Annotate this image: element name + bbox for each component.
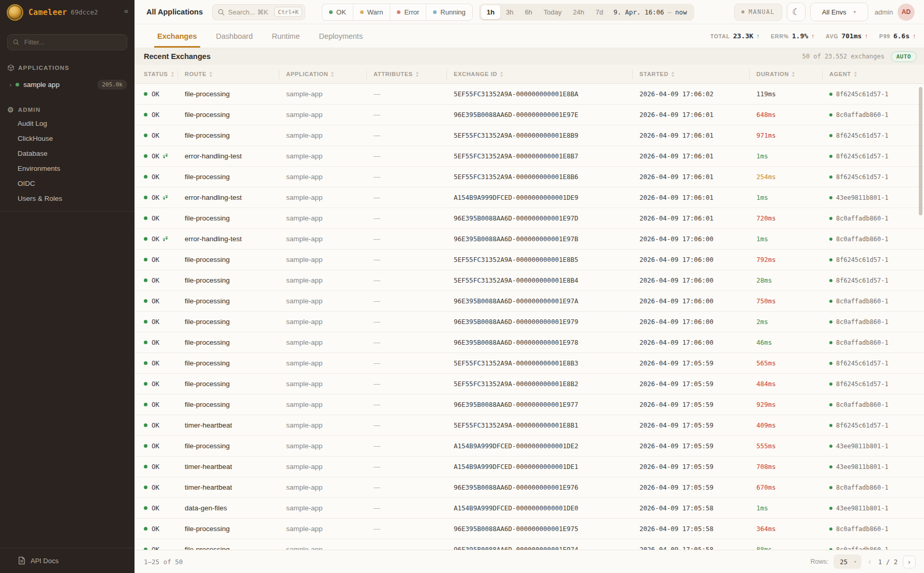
status-filter-ok[interactable]: OK (322, 4, 353, 20)
column-header-exchange-id[interactable]: EXCHANGE ID (454, 65, 639, 83)
agent-id: 8c0affadb860-1 (836, 339, 888, 346)
table-row[interactable]: OKtimer-heartbeatsample-app—5EF55FC31352… (135, 415, 924, 436)
column-header-status[interactable]: STATUS (144, 65, 185, 83)
table-row[interactable]: OKfile-processingsample-app—96E395B0088A… (135, 332, 924, 353)
agent-id: 8f6245c61d57-1 (836, 173, 888, 181)
sidebar-collapse-icon[interactable]: « (124, 6, 128, 15)
topbar: All Applications Search... ⌘K Ctrl+K OKW… (135, 0, 924, 24)
table-row[interactable]: OKfile-processingsample-app—5EF55FC31352… (135, 84, 924, 105)
range-6h[interactable]: 6h (519, 5, 538, 19)
table-row[interactable]: OKfile-processingsample-app—A154B9A999DF… (135, 436, 924, 457)
table-row[interactable]: OKfile-processingsample-app—96E395B0088A… (135, 519, 924, 539)
sidebar-filter-input[interactable] (23, 38, 122, 47)
column-header-agent[interactable]: AGENT (829, 65, 918, 83)
column-header-started[interactable]: STARTED (639, 65, 756, 83)
agent-status-dot (829, 424, 832, 427)
table-row[interactable]: OKfile-processingsample-app—5EF55FC31352… (135, 374, 924, 394)
status-filter-warn[interactable]: Warn (353, 4, 390, 20)
sidebar-item-oidc[interactable]: OIDC (0, 176, 135, 191)
sidebar-item-sample-app[interactable]: › sample app 205.0k (5, 77, 131, 92)
tab-deployments[interactable]: Deployments (316, 24, 366, 48)
avatar[interactable]: AD (898, 4, 915, 21)
status-ok-dot (144, 465, 147, 468)
table-row[interactable]: OKfile-processingsample-app—5EF55FC31352… (135, 270, 924, 291)
sidebar-item-api-docs[interactable]: API Docs (0, 548, 135, 573)
table-row[interactable]: OKfile-processingsample-app—5EF55FC31352… (135, 249, 924, 270)
theme-toggle-button[interactable]: ☾ (787, 3, 806, 21)
table-row[interactable]: OKfile-processingsample-app—5EF55FC31352… (135, 167, 924, 187)
table-row[interactable]: OKfile-processingsample-app—96E395B0088A… (135, 208, 924, 229)
table-row[interactable]: OKerror-handling-testsample-app—A154B9A9… (135, 187, 924, 208)
sidebar-item-users-roles[interactable]: Users & Roles (0, 191, 135, 206)
duration-cell: 670ms (756, 483, 829, 491)
status-filter-error[interactable]: Error (390, 4, 426, 20)
route-cell: file-processing (185, 276, 286, 284)
sidebar-item-database[interactable]: Database (0, 146, 135, 161)
manual-mode-button[interactable]: MANUAL (734, 4, 782, 21)
range-today[interactable]: Today (538, 5, 568, 19)
column-header-attributes[interactable]: ATTRIBUTES (374, 65, 454, 83)
duration-cell: 750ms (756, 297, 829, 305)
status-text: OK (152, 256, 159, 263)
column-label: DURATION (756, 71, 789, 77)
table-row[interactable]: OKfile-processingsample-app—96E395B0088A… (135, 312, 924, 332)
time-range-display[interactable]: 9. Apr. 16:06 — now (614, 8, 687, 16)
table-row[interactable]: OKfile-processingsample-app—96E395B0088A… (135, 539, 924, 550)
range-24h[interactable]: 24h (568, 5, 590, 19)
environment-select[interactable]: All Envs ▾ (810, 3, 868, 21)
column-header-application[interactable]: APPLICATION (286, 65, 374, 83)
started-cell: 2026-04-09 17:05:59 (639, 359, 756, 367)
agent-id: 8f6245c61d57-1 (836, 256, 888, 263)
table-row[interactable]: OKfile-processingsample-app—96E395B0088A… (135, 105, 924, 125)
application-cell: sample-app (286, 339, 374, 346)
started-cell: 2026-04-09 17:06:00 (639, 276, 756, 284)
table-row[interactable]: OKfile-processingsample-app—5EF55FC31352… (135, 353, 924, 374)
sidebar-item-audit-log[interactable]: Audit Log (0, 116, 135, 131)
status-cell: OK (144, 235, 185, 243)
range-1h[interactable]: 1h (481, 5, 500, 19)
tab-dashboard[interactable]: Dashboard (213, 24, 256, 48)
table-row[interactable]: OKtimer-heartbeatsample-app—A154B9A999DF… (135, 457, 924, 477)
table-row[interactable]: OKerror-handling-testsample-app—5EF55FC3… (135, 146, 924, 167)
column-label: STARTED (639, 71, 668, 77)
agent-status-dot (829, 279, 832, 282)
status-text: OK (152, 463, 159, 471)
column-header-route[interactable]: ROUTE (185, 65, 286, 83)
column-header-duration[interactable]: DURATION (756, 65, 829, 83)
table-row[interactable]: OKfile-processingsample-app—5EF55FC31352… (135, 125, 924, 146)
trend-arrow-icon: ↑ (865, 33, 868, 40)
stat-label: ERR% (771, 33, 789, 39)
table-row[interactable]: OKdata-gen-filessample-app—A154B9A999DFC… (135, 498, 924, 519)
route-cell: file-processing (185, 111, 286, 119)
table-row[interactable]: OKfile-processingsample-app—96E395B0088A… (135, 291, 924, 312)
rows-per-page-select[interactable]: 25 ▾ (833, 554, 861, 569)
sidebar-item-environments[interactable]: Environments (0, 161, 135, 176)
table-row[interactable]: OKtimer-heartbeatsample-app—96E395B0088A… (135, 477, 924, 498)
previous-page-button[interactable]: ‹ (867, 557, 873, 566)
application-cell: sample-app (286, 318, 374, 326)
auto-refresh-badge[interactable]: AUTO (891, 51, 917, 62)
status-filter-running[interactable]: Running (426, 4, 472, 20)
next-page-button[interactable]: › (903, 555, 916, 568)
chevron-right-icon[interactable]: › (9, 81, 11, 89)
table-row[interactable]: OKfile-processingsample-app—96E395B0088A… (135, 394, 924, 415)
scrollbar-thumb[interactable] (919, 87, 922, 215)
sidebar-filter-field[interactable] (7, 34, 127, 50)
status-dot-error (397, 10, 400, 14)
agent-cell: 8c0affadb860-1 (829, 111, 918, 119)
table-header-row: STATUSROUTEAPPLICATIONATTRIBUTESEXCHANGE… (135, 65, 924, 84)
exchange-id-cell: A154B9A999DFCED-0000000000001DE0 (454, 504, 639, 512)
started-cell: 2026-04-09 17:05:59 (639, 380, 756, 388)
exchange-id-cell: 96E395B0088AA6D-000000000001E97A (454, 297, 639, 305)
duration-cell: 254ms (756, 173, 829, 181)
time-to: now (675, 8, 687, 16)
search-box[interactable]: Search... ⌘K Ctrl+K (212, 4, 305, 20)
range-7d[interactable]: 7d (590, 5, 608, 19)
sidebar-item-clickhouse[interactable]: ClickHouse (0, 131, 135, 146)
duration-cell: 364ms (756, 525, 829, 533)
tab-exchanges[interactable]: Exchanges (154, 24, 200, 48)
range-3h[interactable]: 3h (500, 5, 519, 19)
tab-runtime[interactable]: Runtime (269, 24, 303, 48)
exchange-count-summary: 50 of 23.552 exchanges (802, 53, 885, 60)
table-row[interactable]: OKerror-handling-testsample-app—96E395B0… (135, 229, 924, 249)
